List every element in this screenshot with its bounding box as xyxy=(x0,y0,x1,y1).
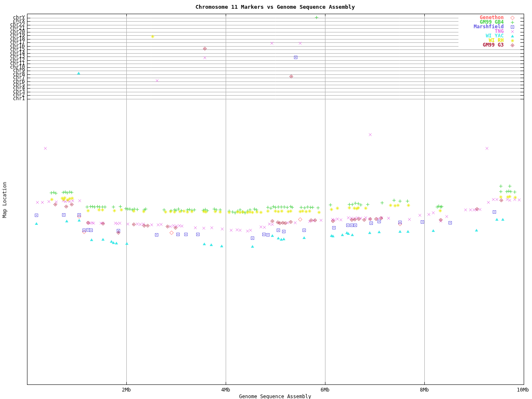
x-axis-label-4mb: 4Mb xyxy=(221,387,230,393)
x-axis-label: Genome Sequence Assembly xyxy=(239,394,311,399)
scatter-plot-canvas xyxy=(0,0,532,399)
chart-title: Chromosome 11 Markers vs Genome Sequence… xyxy=(195,4,355,10)
y-axis-label-chr1: chr1 xyxy=(13,96,25,101)
chart-page: Chromosome 11 Markers vs Genome Sequence… xyxy=(0,0,532,399)
x-axis-label-8mb: 8Mb xyxy=(420,387,429,393)
x-axis-label-6mb: 6Mb xyxy=(320,387,330,393)
x-axis-label-2mb: 2Mb xyxy=(122,387,131,393)
y-axis-label: Map Location xyxy=(2,182,7,218)
x-axis-label-10mb: 10Mb xyxy=(517,387,529,393)
legend-label-gm99-g3: GM99 G3 xyxy=(483,42,504,48)
